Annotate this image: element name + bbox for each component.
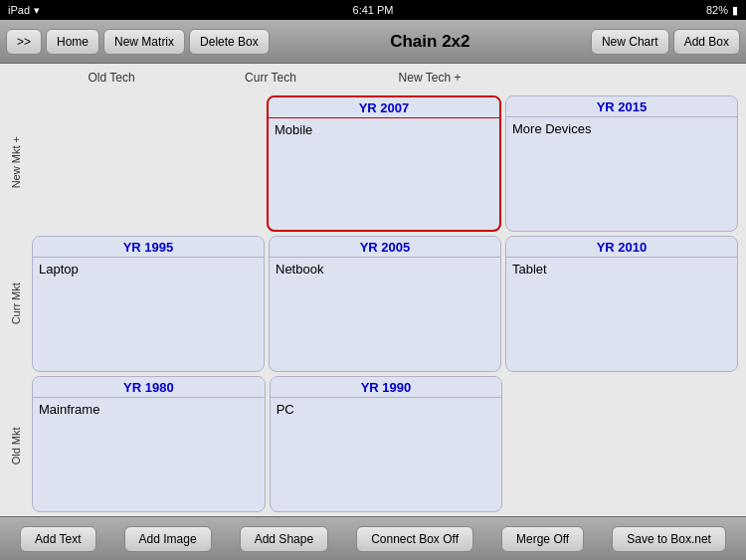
cell-r0c2-year: YR 2015 <box>506 96 737 117</box>
chart-title: Chain 2x2 <box>274 32 587 52</box>
top-toolbar: >> Home New Matrix Delete Box Chain 2x2 … <box>0 20 746 64</box>
main-content: Old Tech Curr Tech New Tech + New Mkt + … <box>0 64 746 516</box>
delete-box-button[interactable]: Delete Box <box>189 29 270 55</box>
cell-r1c0[interactable]: YR 1995 Laptop <box>32 236 265 372</box>
cell-r1c0-content: Laptop <box>33 258 264 280</box>
connect-box-button[interactable]: Connect Box Off <box>356 526 473 552</box>
status-left: iPad ▾ <box>8 4 40 17</box>
col-header-2: New Tech + <box>350 71 509 85</box>
cell-r0c1-year: YR 2007 <box>269 97 499 118</box>
grid-row-2: YR 1980 Mainframe YR 1990 PC <box>32 376 738 512</box>
cell-r0c1-content: Mobile <box>269 118 499 141</box>
battery-label: 82% <box>706 4 728 16</box>
cell-r1c2[interactable]: YR 2010 Tablet <box>505 236 738 372</box>
cell-r2c1-year: YR 1990 <box>271 377 502 398</box>
device-label: iPad <box>8 4 30 16</box>
row-label-0: New Mkt + <box>0 92 32 233</box>
status-time: 6:41 PM <box>353 4 394 16</box>
back-button[interactable]: >> <box>6 29 42 55</box>
cell-r2c1-content: PC <box>271 398 502 421</box>
battery-icon: ▮ <box>732 4 738 17</box>
new-chart-button[interactable]: New Chart <box>591 29 669 55</box>
col-header-0: Old Tech <box>32 71 191 85</box>
row-label-1: Curr Mkt <box>0 233 32 374</box>
add-text-button[interactable]: Add Text <box>20 526 95 552</box>
cell-r1c2-content: Tablet <box>506 258 737 280</box>
grid-row-0: YR 2007 Mobile YR 2015 More Devices <box>32 95 738 232</box>
cell-r1c1[interactable]: YR 2005 Netbook <box>269 236 501 372</box>
cell-r0c0 <box>32 95 263 232</box>
status-bar: iPad ▾ 6:41 PM 82% ▮ <box>0 0 746 20</box>
cell-r0c1[interactable]: YR 2007 Mobile <box>267 95 501 232</box>
col-header-1: Curr Tech <box>191 71 350 85</box>
cell-r2c0-content: Mainframe <box>33 398 265 421</box>
bottom-toolbar: Add Text Add Image Add Shape Connect Box… <box>0 516 746 560</box>
cell-r2c1[interactable]: YR 1990 PC <box>270 376 503 512</box>
add-shape-button[interactable]: Add Shape <box>240 526 328 552</box>
add-box-button[interactable]: Add Box <box>673 29 740 55</box>
toolbar-right: New Chart Add Box <box>591 29 740 55</box>
row-labels: New Mkt + Curr Mkt Old Mkt <box>0 92 32 516</box>
cell-r1c1-content: Netbook <box>270 258 500 280</box>
matrix-body: New Mkt + Curr Mkt Old Mkt YR 2007 Mobil… <box>0 92 746 516</box>
cell-r1c1-year: YR 2005 <box>270 237 500 258</box>
new-matrix-button[interactable]: New Matrix <box>103 29 185 55</box>
cell-r2c2 <box>506 376 738 512</box>
cell-r2c0-year: YR 1980 <box>33 377 265 398</box>
wifi-icon: ▾ <box>34 4 40 17</box>
row-label-2: Old Mkt <box>0 375 32 516</box>
home-button[interactable]: Home <box>46 29 99 55</box>
column-headers: Old Tech Curr Tech New Tech + <box>0 64 746 92</box>
add-image-button[interactable]: Add Image <box>124 526 212 552</box>
grid-row-1: YR 1995 Laptop YR 2005 Netbook YR 2010 T… <box>32 236 738 372</box>
merge-button[interactable]: Merge Off <box>501 526 584 552</box>
save-button[interactable]: Save to Box.net <box>612 526 726 552</box>
status-right: 82% ▮ <box>706 4 738 17</box>
cell-r1c0-year: YR 1995 <box>33 237 264 258</box>
cell-r2c0[interactable]: YR 1980 Mainframe <box>32 376 266 512</box>
cell-r0c2-content: More Devices <box>506 117 737 140</box>
grid-area: YR 2007 Mobile YR 2015 More Devices YR 1… <box>32 92 746 516</box>
cell-r1c2-year: YR 2010 <box>506 237 737 258</box>
cell-r0c2[interactable]: YR 2015 More Devices <box>505 95 738 232</box>
